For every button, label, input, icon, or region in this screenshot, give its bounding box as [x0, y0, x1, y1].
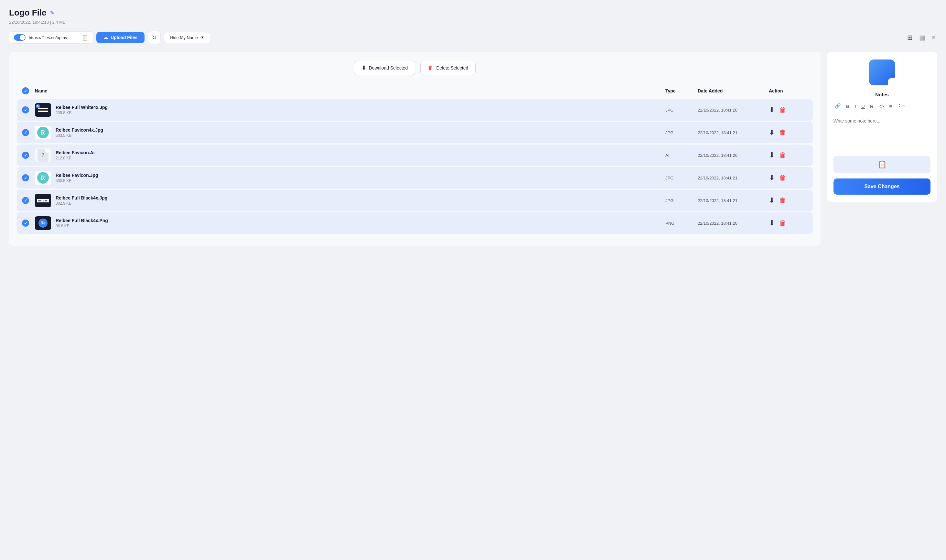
- header-date: Date Added: [698, 88, 769, 94]
- file-info-3: ? Relbee Favicon.Ai 212.8 KB: [35, 148, 665, 162]
- file-actions-6: ⬇ 🗑: [769, 219, 808, 227]
- file-thumb-5: Relbee: [35, 194, 51, 207]
- file-details-2: Relbee Favicon4x.Jpg 503.5 KB: [55, 128, 103, 138]
- upload-label: Upload Files: [111, 35, 137, 40]
- file-date-6: 22/10/2022, 18:41:20: [698, 221, 769, 226]
- file-details-6: Relbee Full Black4x.Png 86.8 KB: [55, 218, 108, 228]
- download-file-button-3[interactable]: ⬇: [769, 151, 775, 159]
- file-thumb-4: R: [35, 171, 51, 185]
- save-changes-label: Save Changes: [864, 184, 900, 189]
- notes-tool-strikethrough[interactable]: S: [869, 103, 875, 109]
- delete-file-button-3[interactable]: 🗑: [779, 151, 786, 159]
- row-checkbox-4[interactable]: [22, 174, 29, 182]
- file-date-5: 22/10/2022, 18:41:21: [698, 198, 769, 203]
- delete-file-button-2[interactable]: 🗑: [779, 128, 786, 137]
- file-info-1: Re Relbee Full White4x.Jpg 235.8 KB: [35, 103, 665, 117]
- notes-textarea[interactable]: [834, 118, 931, 151]
- row-checkbox-1[interactable]: [22, 106, 29, 114]
- notes-tool-code[interactable]: <>: [877, 103, 886, 109]
- notes-tool-underline[interactable]: U: [860, 103, 866, 109]
- table-row[interactable]: ? Relbee Favicon.Ai 212.8 KB AI 22/10/20…: [17, 145, 813, 166]
- table-row[interactable]: Relbee Relbee Full Black4x.Jpg 302.9 KB …: [17, 190, 813, 211]
- download-file-button-1[interactable]: ⬇: [769, 106, 775, 114]
- hide-name-button[interactable]: Hide My Name 👁: [164, 32, 211, 43]
- notes-tool-italic[interactable]: I: [854, 103, 857, 109]
- row-checkbox-2[interactable]: [22, 129, 29, 136]
- table-row[interactable]: Re Relbee Full White4x.Jpg 235.8 KB JPG …: [17, 99, 813, 121]
- table-row[interactable]: Re Relbee Full Black4x.Png 86.8 KB PNG 2…: [17, 212, 813, 234]
- file-type-3: AI: [665, 153, 698, 158]
- delete-file-button-4[interactable]: 🗑: [779, 174, 786, 182]
- download-file-button-6[interactable]: ⬇: [769, 219, 775, 227]
- save-changes-button[interactable]: Save Changes: [834, 178, 931, 195]
- download-cloud-icon: ⬇: [361, 65, 366, 71]
- refresh-icon: ↻: [152, 34, 157, 41]
- file-date-2: 22/10/2022, 18:41:21: [698, 130, 769, 135]
- upload-cloud-icon: ☁: [103, 35, 108, 40]
- grid-view-button[interactable]: ⊞: [906, 32, 914, 43]
- download-file-button-5[interactable]: ⬇: [769, 196, 775, 205]
- notes-clip-button[interactable]: 📋: [834, 156, 931, 173]
- file-info-5: Relbee Relbee Full Black4x.Jpg 302.9 KB: [35, 194, 665, 207]
- delete-file-button-6[interactable]: 🗑: [779, 219, 786, 227]
- table-header: Name Type Date Added Action: [17, 84, 813, 98]
- notes-panel: Notes 🔗 B I U S <> ≡ ⋮≡ 📋 Save Changes: [827, 52, 937, 202]
- file-thumb-2: R: [35, 126, 51, 139]
- notes-tool-ordered-list[interactable]: ≡: [888, 103, 893, 109]
- file-size-6: 86.8 KB: [55, 224, 108, 228]
- file-date-4: 22/10/2022, 18:41:21: [698, 175, 769, 180]
- toolbar: https://ffiles.co/opms 📋 ☁ Upload Files …: [9, 31, 937, 44]
- file-type-4: JPG: [665, 175, 698, 180]
- url-text: https://ffiles.co/opms: [29, 35, 78, 40]
- download-selected-label: Download Selected: [369, 65, 408, 71]
- file-type-6: PNG: [665, 221, 698, 226]
- copy-url-icon[interactable]: 📋: [82, 35, 88, 41]
- header-type: Type: [665, 88, 698, 94]
- download-file-button-2[interactable]: ⬇: [769, 128, 775, 137]
- select-all-checkbox[interactable]: [22, 87, 29, 94]
- file-name-2: Relbee Favicon4x.Jpg: [55, 128, 103, 132]
- delete-trash-icon: 🗑: [428, 65, 434, 71]
- file-size-4: 503.5 KB: [55, 178, 98, 183]
- row-checkbox-3[interactable]: [22, 152, 29, 159]
- delete-file-button-5[interactable]: 🗑: [779, 196, 786, 205]
- url-toggle[interactable]: [14, 34, 26, 41]
- page-header: Logo File ✎ 22/10/2022, 18:41:13 | 2.4 M…: [9, 8, 937, 25]
- table-row[interactable]: R Relbee Favicon4x.Jpg 503.5 KB JPG 22/1…: [17, 122, 813, 143]
- list-view-button[interactable]: ≡: [931, 33, 937, 43]
- notes-tool-bold[interactable]: B: [845, 103, 851, 109]
- upload-files-button[interactable]: ☁ Upload Files: [96, 32, 145, 43]
- file-size-3: 212.8 KB: [55, 156, 95, 160]
- file-actions-5: ⬇ 🗑: [769, 196, 808, 205]
- grid-icon: ⊞: [907, 34, 913, 41]
- clipboard-icon: 📋: [878, 160, 886, 169]
- notes-title: Notes: [834, 92, 931, 97]
- notes-tool-link[interactable]: 🔗: [834, 103, 842, 109]
- table-row[interactable]: R Relbee Favicon.Jpg 503.5 KB JPG 22/10/…: [17, 167, 813, 189]
- file-details-4: Relbee Favicon.Jpg 503.5 KB: [55, 173, 98, 183]
- notes-tool-unordered-list[interactable]: ⋮≡: [896, 103, 906, 109]
- refresh-button[interactable]: ↻: [148, 31, 161, 44]
- header-name: Name: [35, 88, 665, 94]
- edit-title-icon[interactable]: ✎: [50, 9, 55, 17]
- delete-selected-button[interactable]: 🗑 Delete Selected: [420, 61, 475, 75]
- table-icon: ▦: [919, 34, 925, 41]
- file-actions-1: ⬇ 🗑: [769, 106, 808, 114]
- file-type-2: JPG: [665, 130, 698, 135]
- file-thumb-3: ?: [35, 148, 51, 162]
- main-area: ⬇ Download Selected 🗑 Delete Selected Na…: [9, 52, 937, 246]
- file-details-1: Relbee Full White4x.Jpg 235.8 KB: [55, 105, 108, 115]
- file-name-3: Relbee Favicon.Ai: [55, 150, 95, 155]
- notes-file-icon: [869, 60, 895, 85]
- download-file-button-4[interactable]: ⬇: [769, 174, 775, 182]
- table-view-button[interactable]: ▦: [918, 32, 927, 43]
- file-panel: ⬇ Download Selected 🗑 Delete Selected Na…: [9, 52, 821, 246]
- row-checkbox-6[interactable]: [22, 220, 29, 227]
- file-size-5: 302.9 KB: [55, 201, 107, 206]
- row-checkbox-5[interactable]: [22, 197, 29, 204]
- notes-toolbar: 🔗 B I U S <> ≡ ⋮≡: [834, 103, 931, 113]
- notes-icon-wrap: [834, 60, 931, 85]
- file-details-5: Relbee Full Black4x.Jpg 302.9 KB: [55, 195, 107, 206]
- delete-file-button-1[interactable]: 🗑: [779, 106, 786, 114]
- download-selected-button[interactable]: ⬇ Download Selected: [354, 61, 415, 75]
